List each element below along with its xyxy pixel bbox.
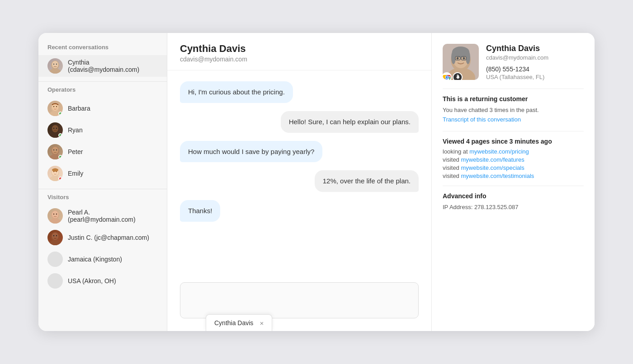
message-4: 12%, over the life of the plan. (315, 170, 419, 192)
chat-main: Cynthia Davis cdavis@mydomain.com Hi, I'… (167, 33, 432, 331)
status-dot-barbara (58, 112, 62, 116)
rp-ip-address: IP Address: 278.123.525.087 (443, 203, 584, 212)
svg-point-1 (49, 68, 61, 74)
operator-peter-label: Peter (68, 148, 83, 155)
operator-emily[interactable]: Emily (38, 163, 167, 184)
operator-ryan[interactable]: Ryan (38, 119, 167, 141)
minimized-tab-name: Cynthia Davis (214, 319, 253, 327)
minimized-tab[interactable]: Cynthia Davis × (206, 314, 272, 331)
rp-avatar-large (443, 44, 479, 80)
avatar-emily (47, 166, 63, 181)
chat-contact-name: Cynthia Davis (180, 43, 419, 55)
transcript-link[interactable]: Transcript of this conversation (443, 116, 521, 123)
chat-header: Cynthia Davis cdavis@mydomain.com (167, 33, 431, 70)
operator-barbara[interactable]: Barbara (38, 98, 167, 119)
rp-page-3: visited mywebsite.com/specials (443, 164, 584, 171)
status-dot-emily (58, 177, 62, 181)
rp-page-2-link[interactable]: mywebsite.com/features (461, 156, 524, 163)
visitor-usa[interactable]: USA (Akron, OH) (38, 270, 167, 292)
avatar-justin (47, 230, 63, 245)
rp-divider-2 (443, 131, 584, 131)
rp-returning-title: This is a returning customer (443, 95, 584, 103)
rp-page-4-label: visited (443, 173, 459, 179)
rp-divider-1 (443, 89, 584, 89)
rp-page-4: visited mywebsite.com/testimonials (443, 173, 584, 179)
rp-pages-title: Viewed 4 pages since 3 minutes ago (443, 138, 584, 145)
svg-point-31 (49, 240, 61, 245)
status-dot-peter (58, 155, 62, 159)
rp-advanced-title: Advanced info (443, 192, 584, 200)
rp-page-1-link[interactable]: mywebsite.com/pricing (469, 148, 529, 155)
svg-point-3 (53, 64, 54, 65)
operator-barbara-label: Barbara (68, 105, 90, 112)
svg-point-12 (52, 125, 58, 132)
svg-point-13 (53, 128, 54, 129)
app-container: Recent conversations Cynthia (cdavis@myd… (38, 33, 595, 331)
rp-pages-list: looking at mywebsite.com/pricing visited… (443, 148, 584, 179)
operator-peter[interactable]: Peter (38, 141, 167, 163)
recent-cynthia-label: Cynthia (cdavis@mydomain.com) (68, 59, 158, 73)
visitor-jamaica[interactable]: Jamaica (Kingston) (38, 248, 167, 270)
svg-point-42 (463, 57, 465, 60)
svg-point-19 (56, 149, 57, 150)
svg-point-8 (53, 106, 54, 107)
rp-page-3-link[interactable]: mywebsite.com/specials (461, 164, 524, 171)
visitors-title: Visitors (38, 194, 167, 205)
svg-point-27 (52, 211, 58, 218)
svg-point-49 (446, 76, 448, 79)
rp-location: USA (Tallahassee, FL) (486, 74, 548, 80)
svg-point-29 (56, 214, 57, 215)
avatar-cynthia-recent (47, 58, 63, 74)
chat-contact-email: cdavis@mydomain.com (180, 56, 419, 63)
svg-point-9 (56, 106, 57, 107)
visitor-justin-label: Justin C. (jc@chapman.com) (68, 234, 149, 241)
avatar-usa (47, 273, 63, 289)
visitor-justin[interactable]: Justin C. (jc@chapman.com) (38, 227, 167, 248)
minimized-tab-close-button[interactable]: × (260, 320, 264, 327)
rp-returning-body: You have chatted 3 times in the past. Tr… (443, 106, 584, 125)
svg-point-28 (53, 214, 54, 215)
avatar-jamaica (47, 252, 63, 267)
operator-emily-label: Emily (68, 170, 83, 177)
rp-contact-info: Cynthia Davis cdavis@mydomain.com (850) … (486, 44, 548, 80)
svg-point-41 (457, 57, 459, 60)
rp-divider-3 (443, 186, 584, 186)
chat-messages: Hi, I'm curious about the pricing. Hello… (167, 70, 431, 275)
rp-page-1-label: looking at (443, 148, 468, 155)
sidebar: Recent conversations Cynthia (cdavis@myd… (38, 33, 167, 331)
svg-point-18 (53, 149, 54, 150)
divider-operators (38, 81, 167, 82)
svg-point-26 (49, 218, 61, 224)
rp-page-2: visited mywebsite.com/features (443, 156, 584, 163)
rp-email: cdavis@mydomain.com (486, 54, 548, 61)
visitor-usa-label: USA (Akron, OH) (68, 277, 116, 285)
recent-conversations-title: Recent conversations (38, 44, 167, 55)
message-1: Hi, I'm curious about the pricing. (180, 81, 293, 103)
recent-conversation-cynthia[interactable]: Cynthia (cdavis@mydomain.com) (38, 55, 167, 77)
svg-point-34 (56, 235, 57, 236)
message-3: How much would I save by paying yearly? (180, 141, 322, 163)
avatar-ryan (47, 122, 63, 138)
rp-page-4-link[interactable]: mywebsite.com/testimonials (461, 173, 534, 179)
rp-browser-icons (443, 72, 463, 80)
svg-point-4 (56, 64, 57, 65)
avatar-peter (47, 144, 63, 159)
operator-ryan-label: Ryan (68, 126, 83, 134)
status-dot-ryan (58, 133, 62, 137)
avatar-pearl (47, 208, 63, 224)
svg-point-33 (53, 235, 54, 236)
svg-point-17 (52, 147, 58, 154)
rp-page-2-label: visited (443, 156, 459, 163)
svg-point-32 (52, 233, 58, 240)
divider-visitors (38, 189, 167, 189)
chat-input[interactable] (180, 282, 419, 318)
visitor-pearl[interactable]: Pearl A. (pearl@mydomain.com) (38, 205, 167, 227)
message-5: Thanks! (180, 200, 220, 222)
right-panel: Cynthia Davis cdavis@mydomain.com (850) … (432, 33, 595, 331)
avatar-barbara (47, 101, 63, 116)
svg-point-2 (52, 61, 58, 68)
rp-phone: (850) 555-1234 (486, 65, 548, 73)
rp-name: Cynthia Davis (486, 44, 548, 53)
rp-page-1: looking at mywebsite.com/pricing (443, 148, 584, 155)
visitor-pearl-label: Pearl A. (pearl@mydomain.com) (68, 209, 158, 223)
